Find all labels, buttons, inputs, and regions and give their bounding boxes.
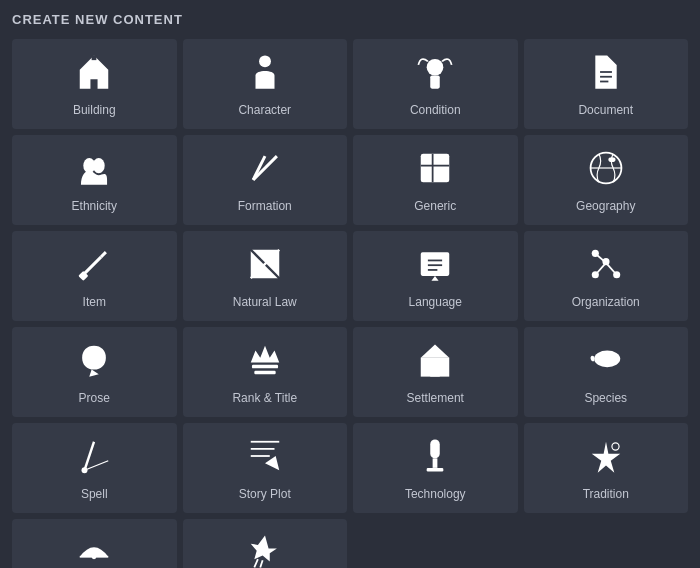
card-species[interactable]: Species: [524, 327, 689, 417]
card-item[interactable]: Item: [12, 231, 177, 321]
character-label: Character: [238, 103, 291, 117]
ethnicity-label: Ethnicity: [72, 199, 117, 213]
svg-point-43: [594, 351, 620, 368]
card-vehicle[interactable]: Vehicle: [12, 519, 177, 568]
svg-point-3: [427, 59, 444, 76]
rank-title-label: Rank & Title: [232, 391, 297, 405]
rank-title-icon: [246, 341, 284, 391]
formation-icon: [246, 149, 284, 199]
card-technology[interactable]: Technology: [353, 423, 518, 513]
card-geography[interactable]: Geography: [524, 135, 689, 225]
geography-label: Geography: [576, 199, 635, 213]
formation-label: Formation: [238, 199, 292, 213]
svg-marker-39: [421, 345, 450, 358]
tradition-label: Tradition: [583, 487, 629, 501]
spell-icon: [75, 437, 113, 487]
svg-point-18: [608, 157, 615, 162]
vehicle-icon: [75, 533, 113, 568]
svg-rect-40: [431, 365, 441, 377]
svg-rect-25: [421, 252, 450, 276]
svg-rect-42: [441, 362, 447, 368]
svg-point-56: [92, 554, 97, 559]
geography-icon: [587, 149, 625, 199]
character-icon: [246, 53, 284, 103]
story-plot-label: Story Plot: [239, 487, 291, 501]
svg-line-45: [85, 442, 95, 471]
svg-point-54: [612, 443, 619, 450]
svg-point-44: [600, 354, 605, 359]
prose-icon: [75, 341, 113, 391]
svg-rect-53: [427, 468, 444, 472]
svg-rect-51: [431, 439, 441, 458]
card-rpg-report[interactable]: RPG Report: [183, 519, 348, 568]
svg-rect-13: [421, 154, 450, 183]
species-label: Species: [584, 391, 627, 405]
card-organization[interactable]: Organization: [524, 231, 689, 321]
organization-icon: [587, 245, 625, 295]
svg-rect-5: [431, 76, 441, 89]
technology-icon: [416, 437, 454, 487]
card-document[interactable]: Document: [524, 39, 689, 129]
building-label: Building: [73, 103, 116, 117]
document-icon: [587, 53, 625, 103]
rpg-report-icon: [246, 533, 284, 568]
condition-label: Condition: [410, 103, 461, 117]
svg-point-2: [259, 55, 271, 67]
svg-marker-0: [80, 55, 109, 88]
tradition-icon: [587, 437, 625, 487]
card-settlement[interactable]: Settlement: [353, 327, 518, 417]
technology-label: Technology: [405, 487, 466, 501]
prose-label: Prose: [79, 391, 110, 405]
page-title: CREATE NEW CONTENT: [12, 12, 688, 27]
organization-label: Organization: [572, 295, 640, 309]
card-language[interactable]: Language: [353, 231, 518, 321]
svg-line-20: [101, 252, 106, 257]
card-building[interactable]: Building: [12, 39, 177, 129]
generic-label: Generic: [414, 199, 456, 213]
card-prose[interactable]: Prose: [12, 327, 177, 417]
natural-law-icon: [246, 245, 284, 295]
card-tradition[interactable]: Tradition: [524, 423, 689, 513]
card-character[interactable]: Character: [183, 39, 348, 129]
svg-line-11: [253, 156, 277, 180]
card-story-plot[interactable]: Story Plot: [183, 423, 348, 513]
spell-label: Spell: [81, 487, 108, 501]
svg-point-35: [613, 271, 620, 278]
condition-icon: [416, 53, 454, 103]
svg-rect-37: [254, 371, 275, 375]
document-label: Document: [578, 103, 633, 117]
generic-icon: [416, 149, 454, 199]
card-condition[interactable]: Condition: [353, 39, 518, 129]
ethnicity-icon: [75, 149, 113, 199]
settlement-label: Settlement: [407, 391, 464, 405]
card-spell[interactable]: Spell: [12, 423, 177, 513]
card-formation[interactable]: Formation: [183, 135, 348, 225]
svg-point-10: [93, 158, 105, 173]
card-generic[interactable]: Generic: [353, 135, 518, 225]
svg-rect-1: [92, 55, 97, 60]
natural-law-label: Natural Law: [233, 295, 297, 309]
svg-point-32: [602, 258, 609, 265]
item-icon: [75, 245, 113, 295]
language-label: Language: [409, 295, 462, 309]
svg-rect-36: [252, 365, 278, 369]
card-ethnicity[interactable]: Ethnicity: [12, 135, 177, 225]
building-icon: [75, 53, 113, 103]
language-icon: [416, 245, 454, 295]
species-icon: [587, 341, 625, 391]
story-plot-icon: [246, 437, 284, 487]
settlement-icon: [416, 341, 454, 391]
svg-rect-52: [433, 458, 438, 468]
item-label: Item: [83, 295, 106, 309]
content-grid: BuildingCharacterConditionDocumentEthnic…: [12, 39, 688, 568]
svg-rect-41: [423, 362, 429, 368]
svg-point-34: [592, 271, 599, 278]
card-rank-title[interactable]: Rank & Title: [183, 327, 348, 417]
svg-point-33: [592, 250, 599, 257]
card-natural-law[interactable]: Natural Law: [183, 231, 348, 321]
